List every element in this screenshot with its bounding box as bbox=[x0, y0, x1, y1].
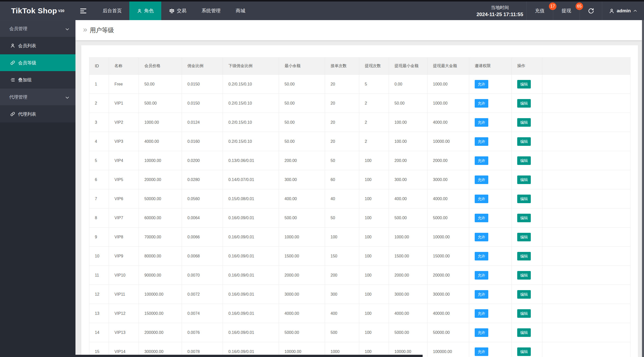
table-row: 11VIP1090000.000.00700.16/0.09/0.012000.… bbox=[89, 266, 630, 285]
edit-button[interactable]: 编辑 bbox=[517, 271, 531, 280]
allow-button[interactable]: 允许 bbox=[475, 290, 488, 299]
table-cell: 50000.00 bbox=[139, 189, 182, 208]
allow-button[interactable]: 允许 bbox=[475, 156, 488, 165]
topbar-right: 当地时间 2024-11-25 17:11:55 充值 17 提现 65 adm… bbox=[473, 2, 644, 20]
table-cell: 400 bbox=[325, 304, 359, 323]
allow-button[interactable]: 允许 bbox=[475, 271, 488, 280]
table-cell: 14 bbox=[89, 323, 109, 342]
table-cell: 10000.00 bbox=[139, 151, 182, 170]
table-cell: 3000.00 bbox=[427, 170, 469, 189]
edit-button[interactable]: 编辑 bbox=[517, 347, 531, 356]
table-cell: 20 bbox=[325, 75, 359, 94]
allow-button[interactable]: 允许 bbox=[475, 347, 488, 356]
table-cell: 2 bbox=[359, 132, 389, 151]
edit-button[interactable]: 编辑 bbox=[517, 80, 531, 88]
table-row: 7VIP650000.000.05600.15/0.08/0.01400.004… bbox=[89, 189, 630, 208]
allow-button[interactable]: 允许 bbox=[475, 175, 488, 184]
recharge-button[interactable]: 充值 17 bbox=[527, 2, 553, 20]
table-cell: 100000.00 bbox=[139, 285, 182, 304]
allow-button[interactable]: 允许 bbox=[475, 118, 488, 127]
invite-permission-cell: 允许 bbox=[469, 304, 512, 323]
nav-item-2[interactable]: 角色 bbox=[129, 2, 161, 20]
invite-permission-cell: 允许 bbox=[469, 170, 512, 189]
edit-button[interactable]: 编辑 bbox=[517, 175, 531, 184]
table-cell: 0.13/0.06/0.01 bbox=[223, 151, 279, 170]
collapse-menu-icon[interactable] bbox=[75, 2, 91, 20]
allow-button[interactable]: 允许 bbox=[475, 328, 488, 337]
horizontal-scrollbar[interactable] bbox=[11, 355, 423, 357]
filler-cell bbox=[542, 342, 630, 357]
table-cell: 3000.00 bbox=[389, 285, 427, 304]
table-cell: 2000.00 bbox=[279, 266, 325, 285]
table-cell: 0.2/0.15/0.10 bbox=[223, 113, 279, 132]
chevron-down-icon bbox=[65, 27, 70, 32]
chevron-down-icon bbox=[65, 95, 70, 100]
allow-button[interactable]: 允许 bbox=[475, 137, 488, 146]
edit-button[interactable]: 编辑 bbox=[517, 328, 531, 337]
nav-item-4[interactable]: 系统管理 bbox=[194, 2, 228, 20]
sidebar-item-会员等级[interactable]: 会员等级 bbox=[0, 54, 75, 71]
table-cell: 60 bbox=[325, 170, 359, 189]
column-header: ID bbox=[89, 58, 109, 75]
table-cell: 150000.00 bbox=[139, 304, 182, 323]
edit-button[interactable]: 编辑 bbox=[517, 118, 531, 127]
edit-button[interactable]: 编辑 bbox=[517, 214, 531, 222]
table-cell: 1000.00 bbox=[279, 228, 325, 247]
allow-button[interactable]: 允许 bbox=[475, 195, 488, 203]
table-cell: 500.00 bbox=[389, 208, 427, 228]
table-cell: 0.0560 bbox=[182, 189, 223, 208]
sidebar-item-会员列表[interactable]: 会员列表 bbox=[0, 37, 75, 54]
edit-button[interactable]: 编辑 bbox=[517, 137, 531, 146]
allow-button[interactable]: 允许 bbox=[475, 214, 488, 222]
sidebar-item-代理列表[interactable]: 代理列表 bbox=[0, 106, 75, 123]
table-cell: 80000.00 bbox=[139, 247, 182, 266]
action-cell: 编辑 bbox=[512, 94, 542, 113]
table-cell: 50000.00 bbox=[427, 323, 469, 342]
table-cell: VIP1 bbox=[109, 94, 139, 113]
sidebar: 会员管理会员列表会员等级叠加组代理管理代理列表 bbox=[0, 20, 75, 357]
table-cell: 0.0064 bbox=[182, 208, 223, 228]
sidebar-item-叠加组[interactable]: 叠加组 bbox=[0, 71, 75, 88]
edit-button[interactable]: 编辑 bbox=[517, 309, 531, 318]
table-cell: 3 bbox=[89, 113, 109, 132]
allow-button[interactable]: 允许 bbox=[475, 233, 488, 241]
allow-button[interactable]: 允许 bbox=[475, 80, 488, 88]
action-cell: 编辑 bbox=[512, 342, 542, 357]
vertical-scrollbar[interactable] bbox=[642, 20, 644, 357]
edit-button[interactable]: 编辑 bbox=[517, 99, 531, 108]
column-header: 提现最大金额 bbox=[427, 58, 469, 75]
edit-button[interactable]: 编辑 bbox=[517, 156, 531, 165]
recharge-badge: 17 bbox=[549, 3, 556, 10]
nav-item-1[interactable]: 后台首页 bbox=[95, 2, 129, 20]
column-header: 接单次数 bbox=[325, 58, 359, 75]
user-icon bbox=[10, 43, 15, 48]
allow-button[interactable]: 允许 bbox=[475, 309, 488, 318]
sidebar-group-2[interactable]: 代理管理 bbox=[0, 88, 75, 106]
nav-item-3[interactable]: 交易 bbox=[161, 2, 194, 20]
refresh-button[interactable] bbox=[580, 2, 602, 20]
user-icon bbox=[137, 8, 142, 14]
edit-button[interactable]: 编辑 bbox=[517, 233, 531, 241]
table-cell: 100.00 bbox=[389, 132, 427, 151]
sidebar-group-label: 代理管理 bbox=[9, 94, 27, 100]
action-cell: 编辑 bbox=[512, 228, 542, 247]
allow-button[interactable]: 允许 bbox=[475, 99, 488, 108]
table-cell: 0.0076 bbox=[182, 323, 223, 342]
table-row: 10VIP980000.000.00680.16/0.09/0.011500.0… bbox=[89, 247, 630, 266]
table-row: 9VIP870000.000.00660.16/0.09/0.011000.00… bbox=[89, 228, 630, 247]
nav-item-5[interactable]: 商城 bbox=[228, 2, 253, 20]
edit-button[interactable]: 编辑 bbox=[517, 252, 531, 260]
edit-button[interactable]: 编辑 bbox=[517, 290, 531, 299]
table-cell: VIP8 bbox=[109, 228, 139, 247]
action-cell: 编辑 bbox=[512, 208, 542, 228]
allow-button[interactable]: 允许 bbox=[475, 252, 488, 260]
withdraw-button[interactable]: 提现 65 bbox=[553, 2, 580, 20]
table-cell: VIP13 bbox=[109, 323, 139, 342]
username: admin bbox=[617, 8, 631, 14]
table-cell: 50.00 bbox=[279, 75, 325, 94]
sidebar-group-1[interactable]: 会员管理 bbox=[0, 20, 75, 37]
user-menu[interactable]: admin bbox=[602, 2, 644, 20]
invite-permission-cell: 允许 bbox=[469, 75, 512, 94]
table-cell: 50.00 bbox=[139, 75, 182, 94]
edit-button[interactable]: 编辑 bbox=[517, 195, 531, 203]
